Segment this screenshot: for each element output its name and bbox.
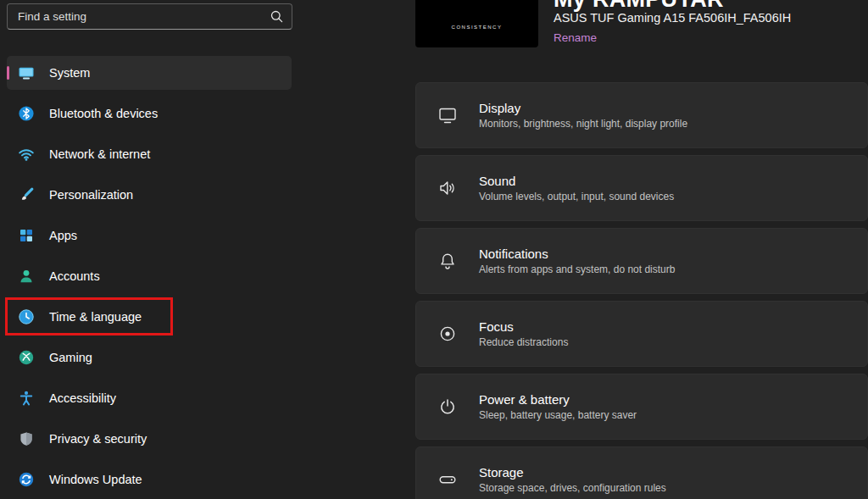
power-icon [416,396,479,417]
card-title: Power & battery [479,392,637,407]
card-notifications[interactable]: Notifications Alerts from apps and syste… [415,228,868,294]
sidebar-item-label: Privacy & security [49,432,147,446]
card-subtitle: Storage space, drives, configuration rul… [479,482,666,494]
sidebar-item-label: Network & internet [49,147,150,161]
accessibility-person-icon [18,390,35,407]
clock-icon [18,308,35,325]
sidebar-item-system[interactable]: System [7,56,292,90]
paintbrush-icon [18,186,35,203]
display-icon [416,105,479,125]
sidebar-item-label: Accounts [49,269,100,283]
card-sound[interactable]: Sound Volume levels, output, input, soun… [415,155,868,221]
sidebar-item-personalization[interactable]: Personalization [7,178,292,212]
sidebar-item-bluetooth-devices[interactable]: Bluetooth & devices [7,97,292,130]
settings-window: { "search": { "placeholder": "Find a set… [0,0,868,499]
sidebar-item-label: Apps [49,229,77,242]
settings-card-list: Display Monitors, brightness, night ligh… [415,82,868,499]
device-header: CONSISTENCY My RAMPUTAR ASUS TUF Gaming … [415,0,868,82]
sidebar-item-gaming[interactable]: Gaming [7,341,292,374]
sidebar-item-windows-update[interactable]: Windows Update [7,463,292,496]
sidebar-item-label: Accessibility [49,391,116,405]
card-display[interactable]: Display Monitors, brightness, night ligh… [415,82,868,148]
device-model: ASUS TUF Gaming A15 FA506IH_FA506IH [554,11,791,25]
sidebar-item-label: Personalization [49,188,133,202]
card-title: Notifications [479,247,675,261]
search-input[interactable] [7,3,292,30]
speaker-icon [416,178,479,198]
card-title: Display [479,101,687,115]
rename-link[interactable]: Rename [554,31,597,44]
card-subtitle: Sleep, battery usage, battery saver [479,409,637,421]
card-subtitle: Alerts from apps and system, do not dist… [479,263,675,275]
sidebar-item-label: Gaming [49,351,92,364]
sidebar-item-network-internet[interactable]: Network & internet [7,137,292,171]
card-title: Storage [479,465,666,480]
card-subtitle: Monitors, brightness, night light, displ… [479,118,687,130]
selected-indicator [7,66,9,80]
sidebar-item-accounts[interactable]: Accounts [7,259,292,293]
card-subtitle: Reduce distractions [479,336,568,348]
system-monitor-icon [18,64,35,81]
sidebar-item-label: System [49,66,90,80]
card-subtitle: Volume levels, output, input, sound devi… [479,191,674,202]
search-box [7,3,292,30]
search-icon[interactable] [270,10,283,23]
sidebar: System Bluetooth & devices Network & int… [0,0,307,499]
bluetooth-icon [18,105,35,122]
main-content: CONSISTENCY My RAMPUTAR ASUS TUF Gaming … [415,0,868,499]
sidebar-item-apps[interactable]: Apps [7,219,292,252]
sidebar-nav: System Bluetooth & devices Network & int… [7,56,292,499]
card-title: Sound [479,174,674,188]
bell-icon [416,251,479,271]
xbox-icon [18,349,35,366]
shield-icon [18,430,35,447]
sidebar-item-time-language[interactable]: Time & language [7,300,292,334]
device-image-caption: CONSISTENCY [452,25,503,30]
card-storage[interactable]: Storage Storage space, drives, configura… [415,446,868,499]
focus-icon [416,324,479,344]
sidebar-item-accessibility[interactable]: Accessibility [7,381,292,415]
sidebar-item-privacy-security[interactable]: Privacy & security [7,422,292,456]
sidebar-item-label: Windows Update [49,473,142,486]
sidebar-item-label: Bluetooth & devices [49,107,158,120]
sidebar-item-label: Time & language [49,310,142,324]
person-icon [18,268,35,285]
card-title: Focus [479,319,568,334]
update-arrows-icon [18,471,35,488]
wifi-icon [18,146,35,163]
device-name: My RAMPUTAR [554,0,724,11]
device-image: CONSISTENCY [415,0,538,47]
storage-drive-icon [416,469,479,490]
card-focus[interactable]: Focus Reduce distractions [415,301,868,367]
apps-grid-icon [18,227,35,244]
card-power-battery[interactable]: Power & battery Sleep, battery usage, ba… [415,374,868,440]
